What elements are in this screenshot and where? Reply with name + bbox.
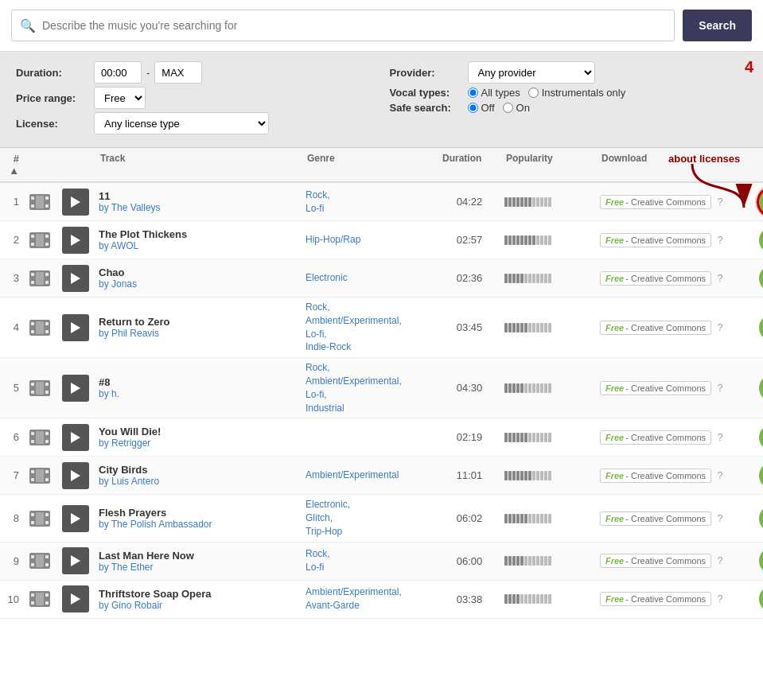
row-play[interactable] xyxy=(56,505,95,532)
play-button[interactable] xyxy=(62,424,89,451)
license-help-icon[interactable]: ? xyxy=(718,273,723,284)
row-play[interactable] xyxy=(56,462,95,489)
row-filmstrip[interactable] xyxy=(24,591,56,607)
play-button[interactable] xyxy=(62,314,89,341)
row-filmstrip[interactable] xyxy=(24,320,56,336)
track-artist[interactable]: by Phil Reavis xyxy=(99,328,299,339)
license-help-icon[interactable]: ? xyxy=(718,432,723,443)
search-button[interactable]: Search xyxy=(683,10,752,41)
row-filmstrip[interactable] xyxy=(24,430,56,445)
row-play[interactable] xyxy=(56,189,95,216)
license-help-icon[interactable]: ? xyxy=(718,513,723,524)
price-select[interactable]: Free xyxy=(94,87,146,109)
track-artist[interactable]: by Luis Antero xyxy=(99,476,299,487)
track-artist[interactable]: by Jonas xyxy=(99,278,299,290)
row-play[interactable] xyxy=(56,265,95,292)
track-artist[interactable]: by The Valleys xyxy=(99,202,299,213)
row-filmstrip[interactable] xyxy=(24,468,56,484)
row-duration: 04:30 xyxy=(438,382,501,394)
download-button[interactable] xyxy=(759,189,763,216)
row-filmstrip[interactable] xyxy=(24,511,56,527)
col-header-popularity[interactable]: Popularity xyxy=(501,153,597,177)
row-download-btn[interactable] xyxy=(756,375,763,402)
safe-off-radio[interactable] xyxy=(468,103,478,113)
download-button[interactable] xyxy=(759,314,763,341)
col-header-genre[interactable]: Genre xyxy=(302,153,438,177)
play-button[interactable] xyxy=(62,265,89,292)
table-row: 7 City Birds by Luis Antero Ambient/Expe… xyxy=(0,457,763,495)
row-play[interactable] xyxy=(56,314,95,341)
col-header-duration[interactable]: Duration xyxy=(438,153,501,177)
vocal-all-option[interactable]: All types xyxy=(468,87,520,99)
play-button[interactable] xyxy=(62,227,89,254)
download-button[interactable] xyxy=(759,375,763,402)
col-header-download[interactable]: Download xyxy=(597,153,756,177)
row-filmstrip[interactable] xyxy=(24,553,56,569)
safe-off-option[interactable]: Off xyxy=(468,102,495,114)
license-free-text: Free xyxy=(605,323,624,332)
duration-from[interactable] xyxy=(94,61,142,84)
download-button[interactable] xyxy=(759,547,763,574)
safe-on-radio[interactable] xyxy=(503,103,513,113)
row-license: Free - Creative Commons ? xyxy=(597,430,756,445)
row-filmstrip[interactable] xyxy=(24,194,56,210)
download-button[interactable] xyxy=(759,265,763,292)
download-button[interactable] xyxy=(759,505,763,532)
play-button[interactable] xyxy=(62,189,89,216)
row-filmstrip[interactable] xyxy=(24,232,56,248)
col-header-about[interactable] xyxy=(756,153,763,177)
vocal-instrumental-radio[interactable] xyxy=(528,88,539,98)
track-artist[interactable]: by AWOL xyxy=(99,240,299,251)
row-download-btn[interactable] xyxy=(756,547,763,574)
row-download-btn[interactable] xyxy=(756,227,763,254)
row-filmstrip[interactable] xyxy=(24,380,56,396)
play-button[interactable] xyxy=(62,375,89,402)
license-help-icon[interactable]: ? xyxy=(718,322,723,333)
download-button[interactable] xyxy=(759,462,763,489)
license-badge: Free - Creative Commons xyxy=(600,233,711,247)
row-play[interactable] xyxy=(56,375,95,402)
download-button[interactable] xyxy=(759,585,763,612)
vocal-radio-group: All types Instrumentals only xyxy=(468,87,626,99)
track-artist[interactable]: by Gino Robair xyxy=(99,600,299,611)
track-artist[interactable]: by The Polish Ambassador xyxy=(99,519,299,530)
row-filmstrip[interactable] xyxy=(24,270,56,286)
license-help-icon[interactable]: ? xyxy=(718,235,723,246)
license-select[interactable]: Any license type xyxy=(94,112,269,134)
track-artist[interactable]: by The Ether xyxy=(99,562,299,573)
track-title: Return to Zero xyxy=(99,316,299,328)
row-download-btn[interactable] xyxy=(756,462,763,489)
license-help-icon[interactable]: ? xyxy=(718,593,723,605)
track-artist[interactable]: by Retrigger xyxy=(99,438,299,449)
provider-select[interactable]: Any provider xyxy=(468,61,595,84)
row-download-btn[interactable] xyxy=(756,424,763,451)
play-button[interactable] xyxy=(62,547,89,574)
row-download-btn[interactable] xyxy=(756,585,763,612)
search-input[interactable] xyxy=(42,19,666,32)
license-help-icon[interactable]: ? xyxy=(718,555,723,566)
license-help-icon[interactable]: ? xyxy=(718,196,723,208)
col-header-num[interactable]: # ▲ xyxy=(0,153,24,177)
duration-to[interactable] xyxy=(154,61,202,84)
row-play[interactable] xyxy=(56,547,95,574)
vocal-all-radio[interactable] xyxy=(468,88,478,98)
license-help-icon[interactable]: ? xyxy=(718,470,723,481)
download-button[interactable] xyxy=(759,227,763,254)
row-play[interactable] xyxy=(56,585,95,612)
row-play[interactable] xyxy=(56,227,95,254)
play-button[interactable] xyxy=(62,505,89,532)
track-artist[interactable]: by h. xyxy=(99,388,299,399)
safe-label: Safe search: xyxy=(390,102,461,114)
license-help-icon[interactable]: ? xyxy=(718,383,723,394)
safe-on-option[interactable]: On xyxy=(503,102,530,114)
row-download-btn[interactable] xyxy=(756,189,763,216)
row-download-btn[interactable] xyxy=(756,314,763,341)
play-button[interactable] xyxy=(62,462,89,489)
vocal-instrumental-option[interactable]: Instrumentals only xyxy=(528,87,626,99)
row-play[interactable] xyxy=(56,424,95,451)
play-button[interactable] xyxy=(62,585,89,612)
row-download-btn[interactable] xyxy=(756,265,763,292)
row-download-btn[interactable] xyxy=(756,505,763,532)
col-header-track[interactable]: Track xyxy=(95,153,302,177)
download-button[interactable] xyxy=(759,424,763,451)
